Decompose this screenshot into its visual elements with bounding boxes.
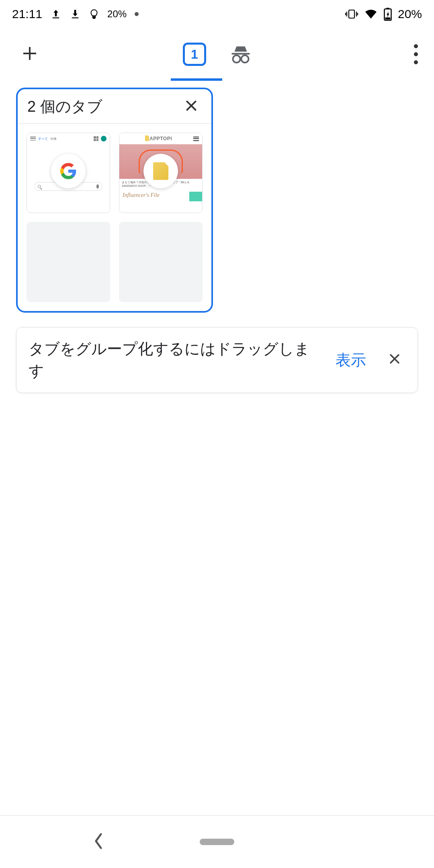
active-tab-indicator	[171, 78, 222, 81]
close-icon	[388, 352, 401, 366]
tab-group-header: 2 個のタブ	[18, 89, 211, 123]
svg-rect-0	[349, 10, 354, 18]
note-icon	[153, 162, 168, 180]
status-battery-right-text: 20%	[398, 7, 422, 21]
upload-icon	[50, 8, 61, 20]
close-icon	[184, 98, 199, 113]
incognito-icon	[230, 44, 251, 64]
status-time: 21:11	[12, 7, 42, 21]
svg-rect-3	[385, 18, 391, 20]
tab-thumbnail-placeholder	[119, 222, 203, 302]
overflow-menu-button[interactable]	[410, 36, 422, 72]
tab-thumbnail-placeholder	[27, 222, 110, 302]
new-tab-button[interactable]	[12, 36, 47, 73]
section-banner: Influencer's File	[119, 189, 202, 201]
hint-show-button[interactable]: 表示	[326, 350, 376, 371]
svg-point-4	[233, 55, 240, 63]
svg-rect-6	[145, 135, 149, 141]
status-bar: 21:11 20% 20%	[0, 0, 434, 28]
tab-grid-content: 2 個のタブ すべて 画像 Google	[0, 80, 434, 400]
site-logo-icon	[145, 135, 149, 141]
search-icon	[38, 185, 41, 188]
browser-toolbar: 1	[0, 28, 434, 80]
nav-back-button[interactable]	[92, 832, 104, 852]
chevron-left-icon	[92, 832, 104, 850]
mini-tab-all: すべて	[38, 137, 48, 141]
hint-close-button[interactable]	[384, 351, 405, 369]
hamburger-icon	[193, 137, 199, 141]
tab-thumbnail[interactable]: すべて 画像 Google	[27, 133, 110, 213]
tab-favicon	[51, 154, 86, 188]
battery-icon	[383, 7, 392, 21]
vibrate-icon	[345, 8, 358, 20]
lightbulb-icon	[89, 8, 99, 20]
wifi-icon	[364, 8, 378, 20]
close-tab-group-button[interactable]	[181, 97, 202, 117]
status-dot-icon	[135, 12, 139, 16]
nav-home-pill[interactable]	[200, 839, 234, 845]
google-g-icon	[59, 162, 77, 180]
system-nav-bar	[0, 816, 434, 868]
hint-banner: タブをグループ化するにはドラッグします 表示	[16, 327, 418, 393]
tab-thumbnail[interactable]: APPTOPI まるで海外？渋谷のサンドウィッチショップ「BILL & SAND…	[119, 133, 203, 213]
tab-group-grid: すべて 画像 Google	[18, 124, 211, 311]
mic-icon	[96, 184, 99, 188]
hint-text: タブをグループ化するにはドラッグします	[29, 338, 318, 382]
svg-rect-2	[386, 8, 389, 9]
tab-favicon	[143, 154, 178, 188]
site-logo-text: APPTOPI	[149, 136, 172, 141]
hamburger-icon	[30, 137, 36, 141]
svg-point-5	[241, 55, 248, 63]
tab-group-title: 2 個のタブ	[27, 96, 102, 117]
tab-group-card[interactable]: 2 個のタブ すべて 画像 Google	[16, 88, 213, 313]
incognito-tabs-button[interactable]	[230, 44, 251, 64]
avatar-icon	[101, 136, 106, 141]
mini-tab-images: 画像	[50, 137, 57, 141]
grid-icon	[94, 136, 98, 141]
status-battery-left-text: 20%	[107, 8, 127, 20]
download-icon	[70, 8, 81, 20]
tab-count-label: 1	[191, 47, 198, 62]
tabs-switcher-button[interactable]: 1	[183, 43, 206, 66]
